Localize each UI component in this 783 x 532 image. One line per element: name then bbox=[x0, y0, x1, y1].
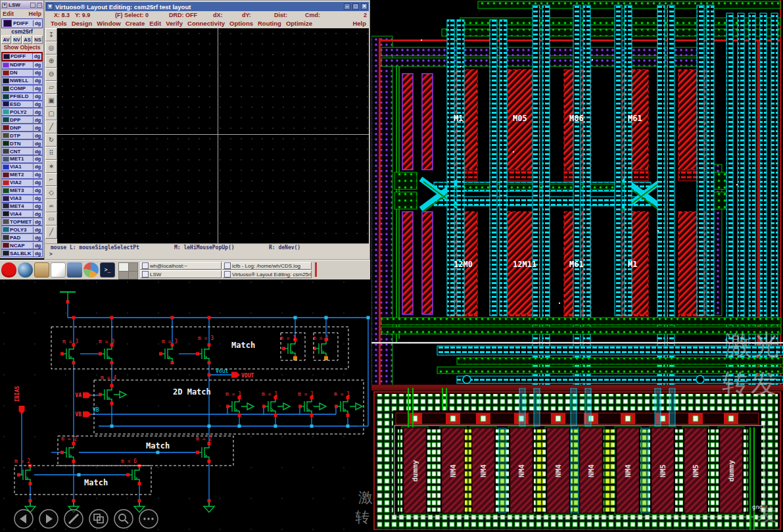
layer-swatch[interactable] bbox=[3, 164, 9, 170]
rotate-icon[interactable]: ↻ bbox=[45, 133, 57, 147]
layer-row-ndiff[interactable]: NDIFFdg bbox=[1, 61, 43, 69]
taskbar-window-button-0[interactable]: wh@localhost:~ bbox=[140, 262, 222, 270]
lsw-button-nv[interactable]: NV bbox=[12, 36, 22, 44]
prev-button[interactable] bbox=[14, 510, 33, 528]
more-button[interactable] bbox=[139, 510, 158, 528]
layer-swatch[interactable] bbox=[3, 62, 9, 68]
layer-row-met3[interactable]: MET3dg bbox=[1, 187, 43, 195]
layer-swatch[interactable] bbox=[3, 94, 9, 99]
delete-icon[interactable]: ▢ bbox=[45, 107, 57, 120]
layer-row-dn[interactable]: DNdg bbox=[1, 69, 43, 77]
instance-icon[interactable]: ⠿ bbox=[45, 147, 57, 160]
menu-create[interactable]: Create bbox=[126, 20, 145, 27]
layer-mode[interactable]: dg bbox=[33, 227, 42, 233]
current-layer-row[interactable]: PDIFF dg bbox=[1, 18, 43, 28]
layer-mode[interactable]: dg bbox=[33, 93, 42, 99]
maximize-icon[interactable]: □ bbox=[352, 3, 359, 10]
lsw-button-av[interactable]: AV bbox=[1, 36, 11, 44]
layer-swatch[interactable] bbox=[3, 70, 9, 76]
zoom-out-icon[interactable]: ⊖ bbox=[45, 68, 57, 81]
lsw-button-ns[interactable]: NS bbox=[33, 36, 43, 44]
layer-row-salblk[interactable]: SALBLKdg bbox=[1, 249, 43, 257]
collage-button[interactable] bbox=[89, 510, 108, 528]
layer-row-nwell[interactable]: NWELLdg bbox=[1, 77, 43, 85]
menu-edit[interactable]: Edit bbox=[149, 20, 161, 27]
layer-swatch[interactable] bbox=[3, 133, 9, 138]
layer-mode[interactable]: dg bbox=[33, 156, 42, 162]
menu-tools[interactable]: Tools bbox=[51, 20, 67, 27]
minimize-icon[interactable]: – bbox=[344, 3, 350, 10]
layer-swatch[interactable] bbox=[3, 86, 9, 91]
layer-row-dtn[interactable]: DTNdg bbox=[1, 139, 43, 147]
layer-mode[interactable]: dg bbox=[33, 133, 42, 139]
layer-swatch[interactable] bbox=[3, 180, 9, 185]
layer-swatch[interactable] bbox=[3, 157, 9, 162]
layer-swatch[interactable] bbox=[3, 251, 9, 256]
workspace-4[interactable] bbox=[129, 272, 138, 279]
layer-swatch[interactable] bbox=[3, 109, 9, 114]
workspace-3[interactable] bbox=[119, 272, 128, 279]
layer-mode[interactable]: dg bbox=[33, 62, 42, 68]
menu-optimize[interactable]: Optimize bbox=[286, 20, 312, 27]
lsw-menu-edit[interactable]: Edit bbox=[3, 11, 14, 17]
layer-swatch[interactable] bbox=[3, 125, 9, 130]
search-button[interactable] bbox=[114, 510, 133, 528]
layer-mode[interactable]: dg bbox=[33, 187, 42, 193]
save-icon[interactable]: ↧ bbox=[45, 28, 57, 41]
menu-connectivity[interactable]: Connectivity bbox=[187, 20, 225, 27]
layer-row-via4[interactable]: VIA4dg bbox=[1, 210, 43, 218]
layout-top-view[interactable]: M1 M05 M86 M61 12M0 12M11 M61 M1 bbox=[371, 0, 783, 388]
layer-swatch[interactable] bbox=[3, 203, 9, 208]
layer-row-via1[interactable]: VIA1dg bbox=[1, 163, 43, 171]
label-icon[interactable]: ab bbox=[45, 199, 57, 212]
layer-mode[interactable]: dg bbox=[33, 219, 42, 225]
minimize-icon[interactable]: _ bbox=[30, 3, 36, 8]
layer-row-comp[interactable]: COMPdg bbox=[1, 85, 43, 93]
layer-mode[interactable]: dg bbox=[33, 180, 42, 185]
layer-swatch[interactable] bbox=[3, 227, 9, 232]
workspace-pager[interactable] bbox=[118, 262, 138, 279]
layer-row-poly3[interactable]: POLY3dg bbox=[1, 226, 43, 233]
layer-swatch[interactable] bbox=[3, 235, 9, 240]
layer-mode[interactable]: dg bbox=[33, 141, 42, 147]
window-menu-icon[interactable]: ▾ bbox=[2, 3, 7, 8]
menu-options[interactable]: Options bbox=[229, 20, 253, 27]
layer-mode[interactable]: dg bbox=[33, 203, 42, 209]
layer-mode[interactable]: dg bbox=[33, 251, 42, 256]
layer-row-pad[interactable]: PADdg bbox=[1, 233, 43, 241]
layer-swatch[interactable] bbox=[3, 117, 9, 122]
layer-mode[interactable]: dg bbox=[33, 125, 42, 131]
workspace-1[interactable] bbox=[119, 263, 128, 271]
layer-mode[interactable]: dg bbox=[33, 78, 42, 84]
layer-row-pdiff[interactable]: PDIFFdg bbox=[1, 52, 43, 61]
layer-row-dtp[interactable]: DTPdg bbox=[1, 132, 43, 139]
layer-swatch[interactable] bbox=[3, 211, 9, 216]
layer-swatch[interactable] bbox=[3, 196, 9, 201]
layer-mode[interactable]: dg bbox=[33, 109, 42, 115]
layer-swatch[interactable] bbox=[3, 101, 9, 107]
polygon-icon[interactable]: ◇ bbox=[45, 186, 57, 199]
layer-row-met2[interactable]: MET2dg bbox=[1, 171, 43, 179]
lsw-menu-help[interactable]: Help bbox=[28, 11, 41, 17]
layer-swatch[interactable] bbox=[3, 188, 9, 193]
zoom-fit-icon[interactable]: ◎ bbox=[45, 41, 57, 55]
taskbar-window-button-2[interactable]: LSW bbox=[140, 270, 222, 278]
layer-mode[interactable]: dg bbox=[33, 195, 42, 201]
pin-icon[interactable]: ∗ bbox=[45, 160, 57, 173]
menu-verify[interactable]: Verify bbox=[166, 20, 183, 27]
lsw-titlebar[interactable]: ▾ LSW _ □ bbox=[1, 1, 43, 9]
layer-row-topmet[interactable]: TOPMETdg bbox=[1, 218, 43, 226]
layer-mode[interactable]: dg bbox=[33, 172, 42, 178]
edit-button[interactable] bbox=[64, 510, 83, 528]
layer-mode[interactable]: dg bbox=[32, 53, 41, 59]
terminal-icon[interactable]: >_ bbox=[100, 262, 115, 278]
taskbar-window-button-3[interactable]: Virtuoso® Layout Editing: csm25rf bbox=[222, 270, 312, 278]
stretch-icon[interactable]: ▱ bbox=[45, 81, 57, 94]
layer-mode[interactable]: dg bbox=[33, 85, 42, 91]
zoom-in-icon[interactable]: ⊕ bbox=[45, 55, 57, 68]
line-icon[interactable]: ╱ bbox=[45, 120, 57, 133]
layer-row-dnp[interactable]: DNPdg bbox=[1, 124, 43, 132]
menu-routing[interactable]: Routing bbox=[258, 20, 281, 27]
layout-canvas[interactable] bbox=[57, 28, 369, 244]
layer-swatch[interactable] bbox=[3, 219, 9, 224]
